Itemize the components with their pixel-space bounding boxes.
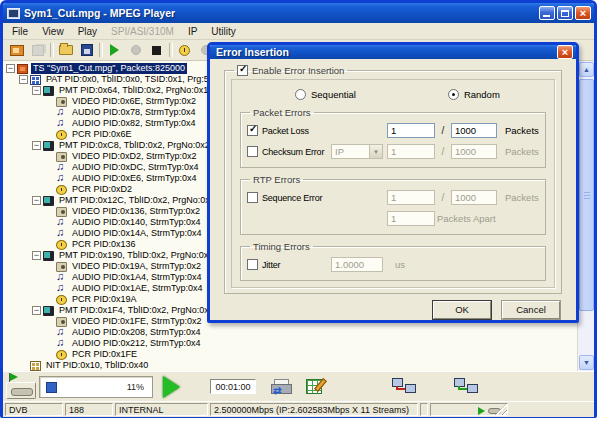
packet-errors-title: Packet Errors [250, 107, 314, 118]
close-button[interactable]: × [575, 6, 591, 20]
ts-icon [17, 64, 28, 74]
nit-icon [30, 361, 41, 371]
collapse-icon[interactable]: − [32, 251, 41, 260]
checksum-unit-label: Packets [497, 146, 539, 157]
menu-item[interactable]: Utility [204, 25, 242, 38]
pcr-icon [56, 295, 67, 305]
checksum-type-select[interactable]: IP ▼ [331, 144, 383, 159]
collapse-icon[interactable]: − [6, 64, 15, 73]
scroll-up-icon[interactable]: ▲ [579, 62, 594, 77]
sequence-error-label: Sequence Error [262, 193, 322, 203]
audio-icon [56, 229, 67, 239]
pcr-icon [56, 350, 67, 360]
tree-item[interactable]: − AUDIO PID:0x208, StrmTyp:0x4 [3, 327, 576, 338]
maximize-icon [561, 10, 569, 17]
pmt-icon [43, 86, 54, 96]
play-button-large[interactable] [163, 376, 180, 398]
checksum-denominator-input[interactable]: 1000 [451, 144, 497, 159]
checksum-numerator-input[interactable]: 1 [387, 144, 435, 159]
menu-item[interactable]: View [35, 25, 71, 38]
status-cell: 2.500000Mbps (IP:2.602583Mbps X 11 Strea… [210, 403, 418, 416]
pcr-icon [56, 130, 67, 140]
pmt-icon [43, 306, 54, 316]
packets-apart-input[interactable]: 1 [387, 211, 435, 226]
packet-loss-numerator-input[interactable]: 1 [387, 123, 435, 138]
audio-icon [56, 119, 67, 129]
random-radio[interactable] [448, 89, 459, 100]
menu-item[interactable]: File [5, 25, 35, 38]
checksum-error-label: Checksum Error [262, 147, 324, 157]
maximize-button[interactable] [557, 6, 573, 20]
enable-error-insertion-checkbox[interactable] [237, 65, 248, 76]
collapse-icon[interactable]: − [32, 86, 41, 95]
checksum-error-checkbox[interactable] [247, 146, 258, 157]
title-bar[interactable]: Sym1_Cut.mpg - MPEG Player × [3, 3, 594, 23]
copy-button[interactable] [27, 41, 48, 59]
open-file-button[interactable] [55, 41, 76, 59]
minimize-icon [543, 15, 550, 17]
stop-button[interactable] [146, 41, 167, 59]
collapse-icon[interactable]: − [32, 196, 41, 205]
tree-item[interactable]: − AUDIO PID:0x212, StrmTyp:0x4 [3, 338, 576, 349]
play-button[interactable] [104, 41, 125, 59]
jitter-label: Jitter [262, 260, 280, 270]
jitter-checkbox[interactable] [247, 259, 258, 270]
collapse-icon[interactable]: − [32, 306, 41, 315]
network-rx-button[interactable] [454, 378, 478, 395]
vertical-scrollbar[interactable]: ▲ ▼ [577, 61, 594, 371]
jitter-value-input[interactable]: 1.0000 [331, 257, 383, 272]
menu-item[interactable]: SPI/ASI/310M [104, 25, 181, 38]
open-stream-button[interactable] [6, 41, 27, 59]
copy-icon [32, 45, 44, 56]
packet-loss-denominator-input[interactable]: 1000 [451, 123, 497, 138]
audio-icon [56, 174, 67, 184]
sequential-radio[interactable] [295, 89, 306, 100]
dialog-close-icon: × [558, 45, 572, 59]
cancel-button[interactable]: Cancel [502, 301, 560, 319]
tree-item[interactable]: − NIT PID:0x10, TblID:0x40 [3, 360, 576, 371]
dialog-close-button[interactable]: × [557, 45, 573, 59]
status-cell: INTERNAL [115, 403, 208, 416]
scroll-down-icon[interactable]: ▼ [579, 355, 594, 370]
scrollbar-thumb[interactable] [579, 79, 594, 311]
collapse-icon[interactable]: − [19, 75, 28, 84]
pcr-icon [56, 185, 67, 195]
sequence-numerator-input[interactable]: 1 [387, 190, 435, 205]
menu-item[interactable]: IP [181, 25, 204, 38]
random-label: Random [464, 89, 500, 100]
toolbar-separator[interactable] [97, 41, 104, 59]
pause-button[interactable] [125, 41, 146, 59]
menu-item[interactable]: Play [71, 25, 104, 38]
collapse-icon[interactable]: − [32, 141, 41, 150]
ok-button[interactable]: OK [433, 301, 491, 319]
packet-loss-unit-label: Packets [497, 125, 539, 136]
progress-slider[interactable]: 11% [39, 376, 153, 398]
rtp-errors-group: RTP Errors Sequence Error 1 / 1000 Packe… [240, 174, 546, 235]
print-button[interactable]: ⇄ [270, 379, 292, 395]
progress-thumb[interactable] [46, 382, 57, 393]
chevron-down-icon[interactable]: ▼ [369, 145, 382, 158]
progress-percent-label: 11% [127, 382, 144, 392]
tree-item[interactable]: − PCR PID:0x1FE [3, 349, 576, 360]
device-button[interactable] [6, 382, 36, 399]
toolbar-separator[interactable] [48, 41, 55, 59]
sequence-unit-label: Packets [497, 192, 539, 203]
sequence-error-checkbox[interactable] [247, 192, 258, 203]
sequence-denominator-input[interactable]: 1000 [451, 190, 497, 205]
schedule-button[interactable] [174, 41, 195, 59]
network-tx-button[interactable] [392, 378, 416, 395]
menu-bar: FileViewPlaySPI/ASI/310MIPUtility [3, 23, 594, 40]
stop-icon [152, 46, 161, 55]
status-cell: DVB [5, 403, 63, 416]
toolbar-separator[interactable] [167, 41, 174, 59]
folder-icon [59, 45, 73, 55]
minimize-button[interactable] [539, 6, 555, 20]
dialog-title-bar[interactable]: Error Insertion × [210, 45, 576, 59]
log-edit-button[interactable] [306, 379, 322, 394]
packet-loss-checkbox[interactable] [247, 125, 258, 136]
play-icon [110, 44, 119, 56]
save-button[interactable] [76, 41, 97, 59]
window-title: Sym1_Cut.mpg - MPEG Player [24, 7, 537, 19]
status-bar: DVB188INTERNAL2.500000Mbps (IP:2.602583M… [3, 401, 594, 417]
close-icon: × [576, 6, 590, 20]
